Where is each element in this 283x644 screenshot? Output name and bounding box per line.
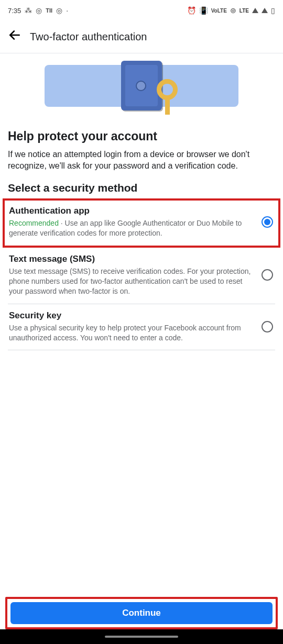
android-nav-bar bbox=[0, 629, 283, 644]
option-desc: Use text message (SMS) to receive verifi… bbox=[9, 267, 256, 296]
nav-pill[interactable] bbox=[105, 636, 178, 638]
option-desc: Use a physical security key to help prot… bbox=[9, 323, 256, 343]
back-arrow-icon[interactable] bbox=[8, 28, 21, 46]
signal-icon-1 bbox=[252, 8, 258, 13]
page-header: Two-factor authentication bbox=[0, 21, 283, 53]
option-security-key[interactable]: Security key Use a physical security key… bbox=[8, 304, 275, 351]
radio-selected-icon[interactable] bbox=[262, 216, 273, 228]
status-left: 7:35 ⁂ ◎ TII ◎ · bbox=[8, 6, 68, 15]
option-title: Authentication app bbox=[9, 206, 256, 216]
teams-icon: ⁂ bbox=[25, 6, 32, 15]
alarm-icon: ⏰ bbox=[187, 6, 196, 15]
instagram-icon: ◎ bbox=[36, 6, 42, 15]
battery-icon: ▯ bbox=[271, 6, 275, 15]
radio-unselected-icon[interactable] bbox=[262, 269, 273, 281]
instagram-icon-2: ◎ bbox=[56, 6, 62, 15]
page-title: Two-factor authentication bbox=[30, 31, 147, 43]
vibrate-icon: 📳 bbox=[199, 6, 208, 15]
intro-heading: Help protect your account bbox=[8, 129, 275, 143]
main-content: Help protect your account If we notice a… bbox=[0, 116, 283, 350]
hotspot-icon: ⊚ bbox=[230, 6, 236, 15]
option-authentication-app[interactable]: Authentication app Recommended · Use an … bbox=[3, 198, 280, 248]
radio-unselected-icon[interactable] bbox=[262, 321, 273, 332]
recommended-label: Recommended bbox=[9, 219, 59, 227]
intro-body: If we notice an attempted login from a d… bbox=[8, 149, 275, 171]
safe-illustration bbox=[45, 61, 238, 110]
option-title: Security key bbox=[9, 310, 256, 321]
status-bar: 7:35 ⁂ ◎ TII ◎ · ⏰ 📳 VoLTE ⊚ LTE ▯ bbox=[0, 0, 283, 21]
continue-button[interactable]: Continue bbox=[10, 602, 273, 624]
volte-icon: VoLTE bbox=[211, 8, 227, 14]
footer: Continue bbox=[0, 597, 283, 629]
status-time: 7:35 bbox=[8, 7, 21, 15]
option-text-message-sms[interactable]: Text message (SMS) Use text message (SMS… bbox=[8, 248, 275, 304]
status-right: ⏰ 📳 VoLTE ⊚ LTE ▯ bbox=[187, 6, 275, 15]
option-desc: Recommended · Use an app like Google Aut… bbox=[9, 218, 256, 238]
tii-icon: TII bbox=[46, 7, 52, 14]
section-heading: Select a security method bbox=[8, 182, 275, 194]
option-title: Text message (SMS) bbox=[9, 254, 256, 264]
dot-icon: · bbox=[66, 6, 68, 15]
network-label: LTE bbox=[240, 8, 249, 14]
continue-highlight: Continue bbox=[5, 597, 278, 629]
signal-icon-2 bbox=[262, 8, 268, 13]
